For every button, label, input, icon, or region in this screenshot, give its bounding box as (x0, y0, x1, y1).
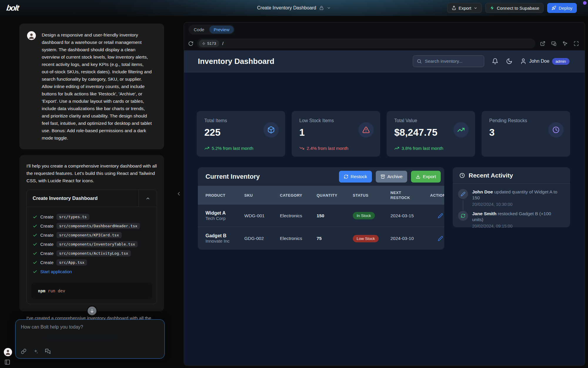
fullscreen-icon[interactable] (574, 41, 579, 46)
collapse-artifact-button[interactable] (138, 190, 157, 207)
scroll-down-button[interactable] (87, 306, 97, 316)
chat-input-toolbar (21, 349, 51, 354)
step-file[interactable]: src/components/DashboardHeader.tsx (56, 223, 140, 229)
step-file[interactable]: src/components/KPICard.tsx (56, 232, 122, 238)
collapse-chat-chevron[interactable] (176, 191, 182, 197)
archive-button[interactable]: Archive (376, 171, 407, 183)
check-icon (33, 215, 37, 219)
tab-code[interactable]: Code (189, 26, 209, 34)
activity-title: Recent Activity (469, 172, 513, 179)
connect-supabase-button[interactable]: Connect to Supabase (485, 3, 544, 13)
preview-app: Inventory Dashboard John Doe admin (184, 50, 585, 365)
rocket-icon (552, 6, 556, 10)
preview-toolbar-icons (540, 41, 581, 46)
attach-link-icon[interactable] (21, 349, 26, 354)
chevron-down-icon (474, 6, 477, 10)
step-file[interactable]: src/App.tsx (56, 259, 87, 266)
command-args: run dev (45, 289, 65, 293)
product-name: Widget A (206, 210, 226, 216)
dark-mode-moon-icon[interactable] (506, 58, 512, 64)
export-csv-button[interactable]: Export (411, 171, 441, 183)
artifact-step: Create src/components/KPICard.tsx (33, 231, 151, 240)
table-row[interactable]: Widget ATech Corp WDG-001 Electronics 15… (198, 205, 444, 227)
toggle-sidebar-icon[interactable] (4, 359, 10, 365)
zap-icon (202, 42, 206, 45)
artifact-header: Create Inventory Dashboard (27, 190, 157, 207)
activity-actor: Jane Smith (472, 211, 497, 216)
topbar-actions: Export Connect to Supabase Deploy (447, 3, 577, 13)
kpi-label: Low Stock Items (299, 118, 373, 123)
kpi-label: Total Value (394, 118, 468, 123)
restock-button[interactable]: Restock (339, 171, 372, 183)
user-menu[interactable]: John Doe admin (520, 58, 569, 65)
inventory-search-box[interactable] (413, 55, 484, 67)
chat-input[interactable] (21, 324, 159, 330)
product-supplier: Innovate Inc (206, 238, 230, 243)
bolt-logo[interactable]: bolt (6, 4, 19, 13)
export-label: Export (459, 6, 471, 11)
artifact-step: Create src/components/ActivityLog.tsx (33, 249, 151, 258)
sku-cell: GDG-002 (244, 236, 280, 241)
table-row[interactable]: Gadget BInnovate Inc GDG-002 Electronics… (198, 227, 444, 250)
archive-label: Archive (387, 174, 403, 179)
edit-pencil-icon[interactable] (438, 236, 444, 241)
user-icon (520, 58, 527, 64)
inventory-search-input[interactable] (425, 59, 480, 64)
discuss-chat-icon[interactable] (45, 349, 51, 354)
activity-text: John Doe updated quantity of Widget A to… (472, 189, 563, 201)
inventory-card-header: Current Inventory Restock Archive Export (198, 167, 444, 186)
port-pill[interactable]: 5173 (199, 40, 219, 47)
enhance-sparkles-icon[interactable] (33, 349, 39, 354)
start-application-link[interactable]: Start application (40, 269, 72, 274)
responsive-devices-icon[interactable] (551, 41, 557, 46)
inspector-cursor-icon[interactable] (562, 41, 568, 46)
kpi-card-pending-restocks: Pending Restocks 3 (482, 111, 570, 157)
dashboard-title: Inventory Dashboard (198, 57, 274, 66)
column-header: PRODUCT (206, 193, 244, 198)
activity-item: John Doe updated quantity of Widget A to… (458, 189, 563, 207)
restock-date-cell: 2024-03-15 (390, 213, 430, 218)
recent-activity-card: Recent Activity John Doe updated quantit… (453, 167, 570, 227)
project-title-menu[interactable]: Create Inventory Dashboard (257, 0, 331, 16)
url-path: / (222, 41, 223, 46)
port-number: 5173 (207, 41, 216, 46)
account-avatar[interactable] (4, 348, 12, 356)
open-external-icon[interactable] (540, 41, 545, 46)
restock-label: Restock (351, 174, 367, 179)
product-name: Gadget B (206, 233, 226, 238)
supabase-icon (490, 6, 495, 10)
step-file[interactable]: src/types.ts (56, 214, 89, 220)
deploy-button[interactable]: Deploy (547, 3, 577, 13)
activity-header: Recent Activity (453, 167, 570, 184)
quantity-cell[interactable]: 75 (317, 236, 353, 241)
quantity-cell[interactable]: 150 (317, 213, 353, 218)
reload-icon[interactable] (188, 41, 193, 46)
top-bar: bolt Create Inventory Dashboard Export C… (0, 0, 588, 16)
step-action: Create (40, 260, 54, 265)
command-prefix: npm (38, 289, 45, 293)
edit-pencil-icon[interactable] (438, 213, 444, 218)
artifact-card: Create Inventory Dashboard Create src/ty… (26, 190, 157, 304)
step-file[interactable]: src/components/ActivityLog.tsx (56, 250, 131, 256)
edit-pencil-icon (458, 189, 468, 199)
kpi-card-low-stock: Low Stock Items 1 2.4% from last month (292, 111, 380, 157)
step-action: Create (40, 251, 54, 256)
tab-preview[interactable]: Preview (209, 26, 234, 34)
dashboard-header: Inventory Dashboard John Doe admin (184, 50, 585, 72)
trending-up-icon (204, 146, 209, 151)
notifications-bell-icon[interactable] (492, 58, 498, 64)
check-icon (33, 224, 37, 228)
deploy-label: Deploy (559, 6, 572, 11)
export-button[interactable]: Export (447, 3, 482, 13)
chevron-down-icon (327, 6, 331, 10)
kpi-card-total-value: Total Value $8,247.75 3.8% from last mon… (387, 111, 475, 157)
chat-input-box[interactable] (15, 319, 165, 359)
artifact-title: Create Inventory Dashboard (27, 190, 138, 207)
user-name: John Doe (529, 59, 549, 64)
address-bar[interactable]: 5173 / (197, 39, 535, 48)
kpi-delta-text: 2.4% from last month (307, 146, 348, 151)
step-action: Create (40, 233, 54, 238)
step-file[interactable]: src/components/InventoryTable.tsx (56, 241, 138, 247)
export-label: Export (423, 174, 436, 179)
trending-up-icon (394, 146, 399, 151)
